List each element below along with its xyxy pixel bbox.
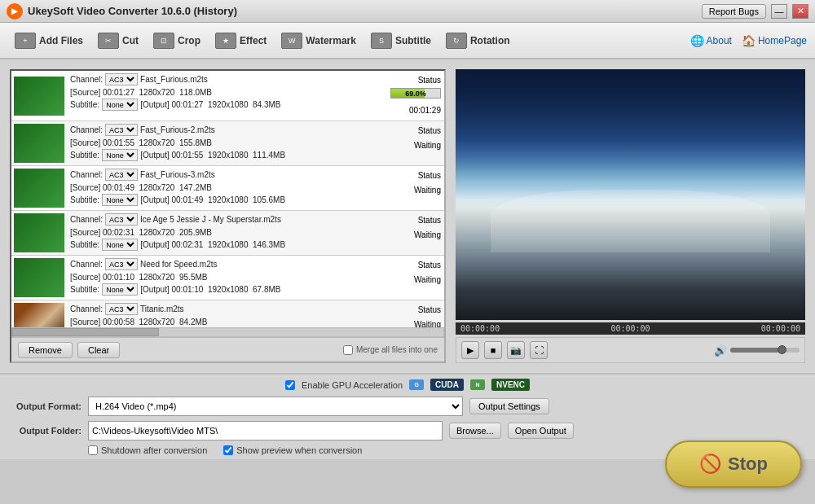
fullscreen-button[interactable]: ⛶ [530, 341, 548, 359]
output-info: [Output] 00:01:55 1920x1080 111.4MB [140, 149, 285, 161]
source-info: [Source] 00:01:49 1280x720 147.2MB [70, 182, 377, 194]
subtitle-button[interactable]: S Subtitle [364, 29, 438, 52]
file-info: Channel: AC3 Titanic.m2ts [Source] 00:00… [67, 300, 381, 327]
stop-button[interactable]: 🚫 Stop [665, 440, 802, 488]
h-scrollbar[interactable] [11, 327, 444, 337]
subtitle-select[interactable]: None [102, 283, 138, 296]
output-format-label: Output Format: [8, 401, 82, 411]
show-preview-label: Show preview when conversion [236, 445, 362, 455]
source-info: [Source] 00:01:10 1280x720 95.5MB [70, 271, 377, 283]
thumb-green [14, 77, 64, 116]
subtitle-select[interactable]: None [102, 149, 138, 161]
output-format-select[interactable]: H.264 Video (*.mp4) [88, 397, 463, 416]
shutdown-checkbox[interactable] [88, 445, 98, 455]
filename: Fast_Furious.m2ts [140, 73, 208, 85]
thumb-green [14, 124, 64, 163]
file-status: Status Waiting [381, 211, 444, 255]
player-controls: ▶ ■ 📷 ⛶ 🔊 [456, 337, 805, 363]
volume-control: 🔊 [714, 344, 800, 357]
add-files-icon: + [15, 33, 36, 49]
list-item: Channel: AC3 Titanic.m2ts [Source] 00:00… [11, 300, 444, 327]
watermark-label: Watermark [306, 35, 356, 46]
file-status: Status Waiting [381, 300, 444, 327]
channel-select[interactable]: AC3 [105, 169, 138, 181]
about-link[interactable]: 🌐 About [690, 34, 732, 47]
file-status: Status Waiting [381, 256, 444, 300]
gpu-row: Enable GPU Acceleration G CUDA N NVENC [8, 379, 807, 391]
volume-slider[interactable] [730, 348, 800, 353]
file-thumbnail [11, 256, 67, 300]
stop-label: Stop [728, 454, 768, 475]
time-left: 00:00:00 [460, 324, 500, 333]
effect-label: Effect [240, 35, 267, 46]
file-status: Status Waiting [381, 166, 444, 210]
play-button[interactable]: ▶ [461, 341, 479, 359]
snapshot-button[interactable]: 📷 [507, 341, 525, 359]
format-row: Output Format: H.264 Video (*.mp4) Outpu… [8, 397, 807, 416]
subtitle-select[interactable]: None [102, 99, 138, 111]
waiting-status: Waiting [384, 273, 441, 287]
waiting-status: Waiting [384, 183, 441, 198]
filename: Fast_Furious-3.m2ts [140, 169, 215, 181]
source-info: [Source] 00:01:55 1280x720 155.8MB [70, 137, 377, 149]
file-list-controls: Remove Clear Merge all files into one [11, 337, 444, 362]
filename: Need for Speed.m2ts [140, 258, 218, 270]
show-preview-option: Show preview when conversion [223, 445, 362, 455]
toolbar: + Add Files ✂ Cut ⊡ Crop ★ Effect W Wate… [0, 23, 815, 59]
file-thumbnail [11, 211, 67, 255]
channel-select[interactable]: AC3 [105, 213, 138, 226]
output-info: [Output] 00:01:49 1920x1080 105.6MB [140, 194, 285, 206]
crop-button[interactable]: ⊡ Crop [147, 29, 207, 52]
rotation-button[interactable]: ↻ Rotation [439, 29, 517, 52]
subtitle-select[interactable]: None [102, 194, 138, 206]
remove-button[interactable]: Remove [18, 342, 73, 358]
channel-select[interactable]: AC3 [105, 303, 138, 315]
show-preview-checkbox[interactable] [223, 445, 233, 455]
file-info: Channel: AC3 Fast_Furious-2.m2ts [Source… [67, 121, 381, 165]
volume-knob[interactable] [778, 345, 786, 354]
thumb-green [14, 169, 64, 208]
thumb-ice [14, 303, 64, 327]
channel-select[interactable]: AC3 [105, 258, 138, 270]
waiting-status: Waiting [384, 318, 441, 327]
file-info: Channel: AC3 Fast_Furious-3.m2ts [Source… [67, 166, 381, 210]
output-info: [Output] 00:01:10 1920x1080 67.8MB [140, 283, 280, 296]
open-output-button[interactable]: Open Output [508, 423, 574, 439]
add-files-button[interactable]: + Add Files [8, 29, 90, 52]
merge-checkbox[interactable] [343, 345, 353, 355]
h-scroll-thumb[interactable] [12, 328, 159, 336]
watermark-button[interactable]: W Watermark [275, 29, 363, 52]
close-button[interactable]: ✕ [792, 4, 808, 19]
report-bugs-button[interactable]: Report Bugs [702, 4, 766, 19]
waiting-status: Waiting [384, 228, 441, 243]
subtitle-label: Subtitle [395, 35, 431, 46]
minimize-button[interactable]: — [771, 4, 787, 19]
file-status: Status 69.0% 00:01:29 [381, 71, 444, 121]
watermark-icon: W [281, 33, 302, 49]
output-folder-input[interactable] [88, 421, 443, 440]
time-value: 00:01:29 [384, 103, 441, 118]
list-item: Channel: AC3 Need for Speed.m2ts [Source… [11, 256, 444, 300]
cut-button[interactable]: ✂ Cut [91, 29, 145, 52]
filename: Titanic.m2ts [140, 303, 184, 315]
output-settings-button[interactable]: Output Settings [469, 398, 549, 414]
cut-icon: ✂ [98, 33, 119, 49]
stop-preview-button[interactable]: ■ [484, 341, 502, 359]
thumb-green [14, 258, 64, 297]
channel-select[interactable]: AC3 [105, 73, 138, 85]
file-thumbnail [11, 166, 67, 210]
app-title: UkeySoft Video Converter 10.6.0 (History… [28, 5, 237, 17]
cut-label: Cut [122, 35, 139, 46]
file-info: Channel: AC3 Ice Age 5 Jessie J - My Sup… [67, 211, 381, 255]
channel-select[interactable]: AC3 [105, 124, 138, 136]
browse-button[interactable]: Browse... [449, 423, 501, 439]
effect-button[interactable]: ★ Effect [209, 29, 273, 52]
homepage-link[interactable]: 🏠 HomePage [742, 34, 807, 47]
filename: Ice Age 5 Jessie J - My Superstar.m2ts [140, 213, 281, 226]
clear-button[interactable]: Clear [77, 342, 120, 358]
gpu-checkbox[interactable] [285, 380, 295, 390]
crop-label: Crop [178, 35, 200, 46]
file-list-scroll[interactable]: Channel: AC3 Fast_Furious.m2ts [Source] … [11, 71, 444, 327]
subtitle-select[interactable]: None [102, 239, 138, 251]
file-thumbnail [11, 121, 67, 165]
